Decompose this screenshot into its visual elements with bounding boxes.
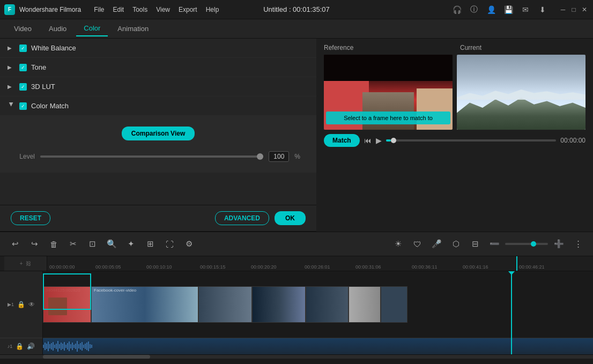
menu-view[interactable]: View	[156, 6, 170, 13]
eye-icon[interactable]: 👁	[28, 301, 35, 308]
clip-2[interactable]: Facebook-cover-video	[91, 286, 198, 323]
play-progress[interactable]	[386, 139, 557, 142]
cut-icon[interactable]: ✂	[64, 235, 81, 252]
zoom-track[interactable]	[505, 243, 548, 245]
mic-icon[interactable]: 🎤	[428, 235, 445, 252]
minimize-button[interactable]: ─	[559, 5, 567, 14]
clip-6[interactable]	[349, 286, 381, 323]
tone-arrow: ▶	[8, 64, 15, 70]
comparison-view-button[interactable]: Comparison View	[122, 127, 195, 140]
tab-bar: Video Audio Color Animation	[0, 19, 593, 39]
export-frame-icon[interactable]: ⊞	[142, 235, 159, 252]
window-controls: ─ □ ✕	[559, 5, 589, 14]
tab-color[interactable]: Color	[76, 21, 108, 36]
ok-button[interactable]: OK	[275, 211, 306, 225]
level-percent: %	[294, 153, 300, 160]
tab-animation[interactable]: Animation	[110, 21, 156, 36]
white-balance-section[interactable]: ▶ ✓ White Balance	[0, 39, 316, 58]
timeline: ▶1 🔒 👁 ♪1 🔒 🔊 34044125:002820	[0, 271, 593, 354]
svg-rect-21	[77, 341, 78, 352]
app-layout: F Wondershare Filmora File Edit Tools Vi…	[0, 0, 593, 364]
3dlut-section[interactable]: ▶ ✓ 3D LUT	[0, 77, 316, 96]
lock-icon[interactable]: 🔒	[17, 301, 25, 308]
link-icon[interactable]: ⛓	[26, 261, 31, 266]
fullscreen-icon[interactable]: ⛶	[161, 235, 178, 252]
advanced-button[interactable]: ADVANCED	[215, 211, 269, 225]
effects-icon[interactable]: ✦	[122, 235, 139, 252]
maximize-button[interactable]: □	[569, 5, 578, 14]
svg-rect-6	[53, 342, 54, 351]
headphones-icon[interactable]: 🎧	[451, 4, 462, 15]
ruler-time-1: 00:00:05:05	[95, 264, 121, 270]
playback-bar: Match ⏮ ▶ 00:00:00	[324, 134, 585, 147]
zoom-in-icon[interactable]: 🔍	[103, 235, 120, 252]
add-track-icon[interactable]: +	[20, 261, 23, 266]
progress-thumb[interactable]	[391, 138, 396, 143]
svg-rect-22	[78, 344, 79, 348]
current-frame[interactable]	[457, 55, 585, 130]
match-button[interactable]: Match	[324, 134, 360, 147]
step-back-icon[interactable]: ⏮	[364, 136, 372, 145]
tone-checkbox[interactable]: ✓	[19, 64, 27, 71]
account-icon[interactable]: 👤	[486, 4, 496, 15]
zoom-thumb[interactable]	[531, 241, 536, 247]
more-icon[interactable]: ⋮	[569, 235, 587, 252]
scrollbar-thumb[interactable]	[43, 355, 150, 359]
current-label: Current	[460, 44, 585, 51]
menu-edit[interactable]: Edit	[113, 6, 124, 13]
tab-video[interactable]: Video	[6, 21, 39, 36]
redo-icon[interactable]: ↪	[26, 235, 43, 252]
timeline-inner: ▶1 🔒 👁 ♪1 🔒 🔊 34044125:002820	[0, 271, 593, 354]
menu-export[interactable]: Export	[179, 6, 197, 13]
svg-rect-12	[62, 344, 63, 349]
menu-file[interactable]: File	[94, 6, 104, 13]
settings-icon[interactable]: ⚙	[180, 235, 197, 252]
mail-icon[interactable]: ✉	[520, 4, 531, 15]
menu-help[interactable]: Help	[206, 6, 219, 13]
tab-audio[interactable]: Audio	[41, 21, 74, 36]
clip-7[interactable]	[381, 286, 407, 323]
slider-thumb[interactable]	[257, 153, 263, 160]
white-balance-checkbox[interactable]: ✓	[19, 44, 27, 52]
snapshot-icon[interactable]: ⊟	[466, 235, 484, 252]
clip-5[interactable]	[306, 286, 349, 323]
level-value[interactable]: 100	[269, 151, 289, 162]
horizontal-scrollbar[interactable]	[0, 354, 593, 359]
level-slider[interactable]	[40, 155, 263, 158]
reset-button[interactable]: RESET	[11, 211, 50, 225]
audio-lock-icon[interactable]: 🔒	[16, 343, 24, 350]
reference-frame[interactable]: Select to a frame here to match to	[324, 55, 453, 130]
delete-icon[interactable]: 🗑	[45, 235, 62, 252]
zoom-out-icon[interactable]: ➖	[486, 235, 503, 252]
tone-section[interactable]: ▶ ✓ Tone	[0, 58, 316, 77]
ruler-time-5: 00:00:26:01	[305, 264, 330, 270]
crop-icon[interactable]: ⊡	[84, 235, 101, 252]
audio-volume-icon[interactable]: 🔊	[27, 343, 35, 350]
svg-rect-20	[75, 344, 76, 349]
clip-3[interactable]	[198, 286, 252, 323]
save-icon[interactable]: 💾	[503, 4, 514, 15]
preview-images: Select to a frame here to match to	[324, 55, 585, 130]
color-match-arrow: ▶	[9, 102, 14, 110]
undo-icon[interactable]: ↩	[6, 235, 24, 252]
color-match-section[interactable]: ▶ ✓ Color Match	[0, 96, 316, 116]
menu-tools[interactable]: Tools	[132, 6, 147, 13]
play-icon[interactable]: ▶	[376, 136, 382, 145]
3dlut-checkbox[interactable]: ✓	[19, 83, 27, 91]
svg-rect-9	[57, 341, 58, 352]
shield-icon[interactable]: 🛡	[409, 235, 426, 252]
right-actions: ADVANCED OK	[215, 211, 306, 225]
info-icon[interactable]: ⓘ	[469, 4, 479, 15]
close-button[interactable]: ✕	[580, 5, 589, 14]
clip-1[interactable]: 34044125:002820	[43, 286, 91, 323]
svg-rect-16	[69, 341, 70, 351]
zoom-slider	[505, 243, 548, 245]
download-icon[interactable]: ⬇	[537, 4, 548, 15]
record-icon[interactable]: ⬡	[447, 235, 464, 252]
brightness-icon[interactable]: ☀	[389, 235, 406, 252]
zoom-in2-icon[interactable]: ➕	[550, 235, 567, 252]
title-bar-left: F Wondershare Filmora File Edit Tools Vi…	[4, 4, 219, 15]
clip-4[interactable]	[252, 286, 306, 323]
color-match-content: Comparison View Level 100 %	[0, 116, 316, 173]
color-match-checkbox[interactable]: ✓	[19, 102, 27, 110]
